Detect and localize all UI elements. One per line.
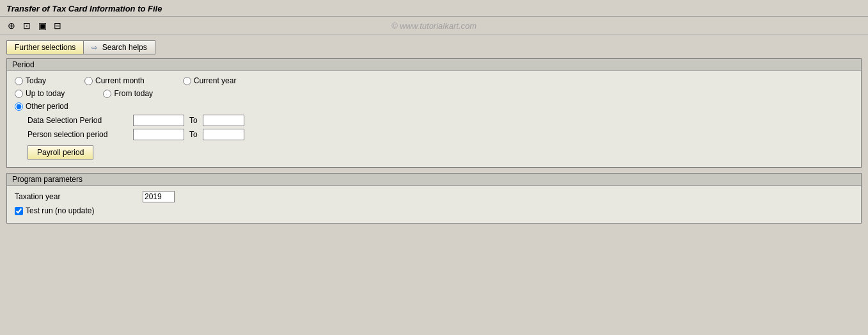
program-parameters-header: Program parameters (7, 174, 861, 186)
person-selection-period-to-input[interactable] (203, 129, 244, 140)
radio-from-today-input[interactable] (103, 90, 111, 98)
radio-row-2: Up to today From today (15, 89, 853, 98)
radio-other-period-input[interactable] (15, 102, 23, 111)
toolbar: ⊕ ⊡ ▣ ⊟ © www.tutorialkart.com (0, 17, 868, 35)
data-selection-period-row: Data Selection Period To (28, 115, 853, 126)
person-selection-period-row: Person selection period To (28, 129, 853, 140)
search-helps-arrow-icon: ⇨ (91, 44, 97, 52)
watermark: © www.tutorialkart.com (391, 21, 477, 31)
radio-other-period-label: Other period (26, 102, 68, 111)
radio-current-year-label: Current year (194, 76, 237, 85)
radio-current-year-input[interactable] (183, 77, 191, 85)
tab-further-selections[interactable]: Further selections (6, 40, 83, 54)
data-selection-period-label: Data Selection Period (28, 116, 133, 125)
period-panel: Period Today Current month Current year (6, 58, 862, 168)
toolbar-icon-4[interactable]: ⊟ (51, 19, 64, 32)
person-selection-period-label: Person selection period (28, 130, 133, 139)
payroll-period-button[interactable]: Payroll period (28, 145, 93, 159)
period-section-header: Period (7, 59, 861, 71)
radio-current-month-input[interactable] (84, 77, 93, 85)
radio-today-label: Today (26, 76, 46, 85)
radio-today[interactable]: Today (15, 76, 46, 85)
radio-today-input[interactable] (15, 77, 23, 85)
radio-current-month[interactable]: Current month (84, 76, 145, 85)
period-section-body: Today Current month Current year Up to t… (7, 71, 861, 167)
tab-bar: Further selections ⇨ Search helps (6, 40, 862, 54)
radio-up-to-today-input[interactable] (15, 90, 23, 98)
radio-up-to-today[interactable]: Up to today (15, 89, 65, 98)
data-selection-period-from-input[interactable] (133, 115, 184, 126)
radio-other-period[interactable]: Other period (15, 102, 68, 111)
radio-from-today[interactable]: From today (103, 89, 153, 98)
taxation-year-label: Taxation year (15, 192, 143, 201)
radio-row-3: Other period (15, 102, 853, 111)
radio-current-year[interactable]: Current year (183, 76, 237, 85)
page-title: Transfer of Tax Card Information to File (6, 4, 862, 13)
toolbar-icon-2[interactable]: ⊡ (20, 19, 33, 32)
data-selection-to-label-2: To (189, 130, 198, 139)
test-run-row: Test run (no update) (15, 206, 853, 215)
title-bar: Transfer of Tax Card Information to File (0, 0, 868, 17)
radio-row-1: Today Current month Current year (15, 76, 853, 85)
taxation-year-row: Taxation year (15, 191, 853, 202)
toolbar-icon-1[interactable]: ⊕ (5, 19, 18, 32)
test-run-checkbox[interactable] (15, 207, 23, 215)
main-content: Further selections ⇨ Search helps Period… (0, 35, 868, 234)
program-parameters-body: Taxation year Test run (no update) (7, 186, 861, 223)
tab-search-helps[interactable]: ⇨ Search helps (83, 40, 155, 54)
toolbar-icon-3[interactable]: ▣ (36, 19, 49, 32)
radio-from-today-label: From today (114, 89, 153, 98)
tab-search-helps-label: Search helps (102, 43, 147, 52)
data-selection-to-label-1: To (189, 116, 198, 125)
data-selection-period-to-input[interactable] (203, 115, 244, 126)
person-selection-period-from-input[interactable] (133, 129, 184, 140)
radio-up-to-today-label: Up to today (26, 89, 65, 98)
radio-current-month-label: Current month (95, 76, 145, 85)
program-parameters-panel: Program parameters Taxation year Test ru… (6, 173, 862, 224)
test-run-label[interactable]: Test run (no update) (26, 206, 94, 215)
taxation-year-input[interactable] (143, 191, 175, 202)
